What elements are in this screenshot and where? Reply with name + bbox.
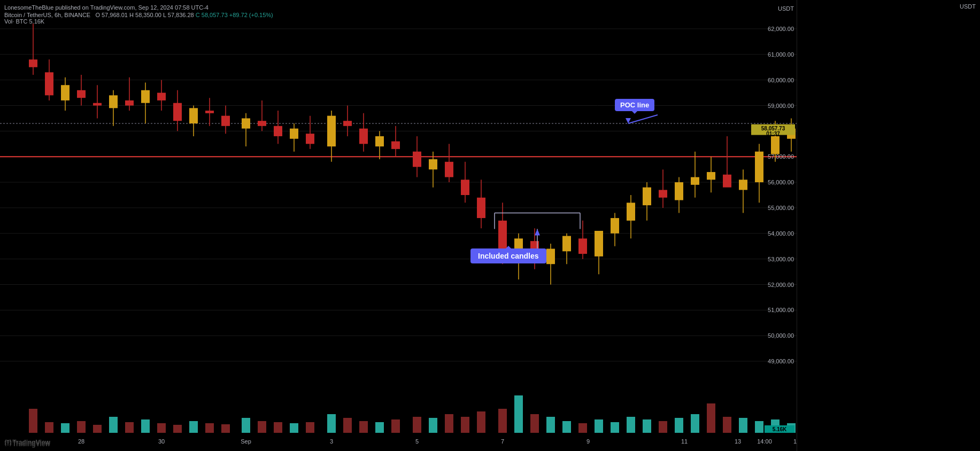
chart-header: LonesomeTheBlue published on TradingView… <box>4 4 273 25</box>
price-axis: USDT <box>797 0 980 451</box>
pair-info: Bitcoin / TetherUS, 6h, BINANCE <box>4 12 90 18</box>
ohlc-o-label: O <box>95 12 100 18</box>
chart-container: LonesomeTheBlue published on TradingView… <box>0 0 797 451</box>
tradingview-logo: 🄣 TradingView <box>4 440 50 448</box>
ohlc-c-val: 58,057.73 <box>202 12 228 18</box>
vol-info: Vol· BTC 5.16K <box>4 18 273 25</box>
ohlc-l-val: 57,836.28 <box>168 12 194 18</box>
ohlc-o-val: 57,968.01 <box>102 12 128 18</box>
currency-label: USDT <box>960 3 976 10</box>
ohlc-h-label: H <box>129 12 134 18</box>
ohlc-c-label: C <box>196 12 200 18</box>
ohlc-chg: +89.72 (+0.15%) <box>229 12 273 18</box>
ohlc-h-val: 58,350.00 <box>135 12 161 18</box>
poc-annotation: POC line <box>615 99 654 111</box>
included-candles-annotation: Included candles <box>470 248 546 263</box>
price-chart[interactable] <box>0 0 797 451</box>
ohlc-l-label: L <box>163 12 166 18</box>
publisher-info: LonesomeTheBlue published on TradingView… <box>4 4 273 11</box>
